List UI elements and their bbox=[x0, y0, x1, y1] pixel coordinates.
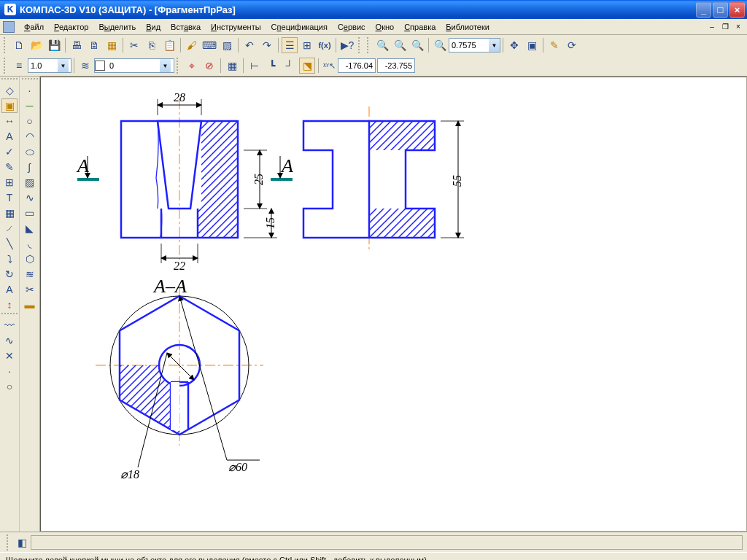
ellipse-btn[interactable]: ⬭ bbox=[22, 144, 38, 159]
pivot-btn[interactable]: ↻ bbox=[1, 267, 18, 281]
zoom-arrow-icon[interactable]: ▼ bbox=[489, 39, 500, 52]
grid-button[interactable]: ▦ bbox=[224, 58, 240, 74]
redo-button[interactable]: ↷ bbox=[259, 37, 275, 53]
ortho-v-button[interactable]: ┗ bbox=[264, 58, 280, 74]
redraw-button[interactable]: ✎ bbox=[546, 37, 562, 53]
pan-button[interactable]: ✥ bbox=[506, 37, 522, 53]
open-button[interactable]: 📂 bbox=[28, 37, 44, 53]
geom-btn[interactable]: ◇ bbox=[1, 83, 18, 98]
snap-mid-button[interactable]: ⊘ bbox=[201, 58, 217, 74]
doc-icon[interactable] bbox=[3, 21, 15, 33]
zoom-prev-button[interactable]: 🔍 bbox=[432, 37, 448, 53]
dim2-btn[interactable]: ↕ bbox=[1, 298, 18, 312]
menu-help[interactable]: Справка bbox=[399, 20, 441, 34]
zoom-out-button[interactable]: 🔍 bbox=[392, 37, 408, 53]
chamf-btn[interactable]: ◣ bbox=[22, 221, 38, 236]
layer-arrow-icon[interactable]: ▼ bbox=[160, 59, 171, 72]
maximize-button[interactable]: □ bbox=[713, 2, 728, 18]
font-btn[interactable]: A bbox=[1, 282, 18, 297]
prop-panel[interactable] bbox=[31, 535, 743, 550]
drawing-canvas[interactable]: А 28 bbox=[40, 77, 747, 532]
ortho-h-button[interactable]: ⊢ bbox=[247, 58, 263, 74]
layer-combo[interactable]: ▼ bbox=[94, 58, 174, 73]
point-btn[interactable]: · bbox=[1, 364, 18, 378]
layer-value[interactable] bbox=[107, 59, 160, 72]
line-width-value[interactable] bbox=[28, 59, 58, 72]
new-button[interactable]: 🗋 bbox=[11, 37, 27, 53]
props-button[interactable]: ▦ bbox=[104, 37, 120, 53]
mdi-close[interactable]: × bbox=[732, 22, 744, 32]
spline-btn[interactable]: ∿ bbox=[1, 333, 18, 348]
line-width-combo[interactable]: ▼ bbox=[28, 58, 71, 73]
check-button[interactable]: ⌨ bbox=[201, 37, 217, 53]
prop-btn[interactable]: ◧ bbox=[14, 534, 30, 551]
trim-btn[interactable]: ✂ bbox=[22, 282, 38, 297]
copy-button[interactable]: ⎘ bbox=[144, 37, 160, 53]
fillet-btn[interactable]: ◟ bbox=[22, 236, 38, 251]
save-button[interactable]: 💾 bbox=[46, 37, 62, 53]
zoom-window-button[interactable]: 🔍 bbox=[409, 37, 425, 53]
snap-end-button[interactable]: ⌖ bbox=[184, 58, 200, 74]
fit-button[interactable]: ▣ bbox=[524, 37, 540, 53]
style-button[interactable]: ≡ bbox=[11, 58, 27, 74]
arc2-btn[interactable]: ◠ bbox=[22, 129, 38, 144]
poly-btn[interactable]: ⬡ bbox=[22, 252, 38, 266]
rough-btn[interactable]: ✓ bbox=[1, 144, 18, 159]
cut-button[interactable]: ✂ bbox=[126, 37, 142, 53]
menu-window[interactable]: Окно bbox=[371, 20, 400, 34]
layers-button[interactable]: ≋ bbox=[77, 58, 93, 74]
circ-btn[interactable]: ○ bbox=[22, 114, 38, 128]
close-button[interactable]: × bbox=[729, 2, 745, 18]
refresh-button[interactable]: ⟳ bbox=[564, 37, 580, 53]
menu-service[interactable]: Сервис bbox=[333, 20, 371, 34]
seg-btn[interactable]: ─ bbox=[22, 98, 38, 113]
dim-btn[interactable]: ↔ bbox=[1, 114, 18, 128]
ortho-button[interactable]: ⬔ bbox=[299, 58, 315, 74]
paste-button[interactable]: 📋 bbox=[161, 37, 177, 53]
menu-lib[interactable]: Библиотеки bbox=[441, 20, 495, 34]
coord-x[interactable] bbox=[338, 58, 376, 73]
param-btn[interactable]: ⊞ bbox=[1, 175, 18, 190]
fill-btn[interactable]: ▬ bbox=[22, 298, 38, 312]
manager-button[interactable]: ☰ bbox=[282, 37, 298, 53]
select-btn[interactable]: ▣ bbox=[1, 98, 18, 113]
help-button[interactable]: ▶? bbox=[339, 37, 355, 53]
vars-button[interactable]: ⊞ bbox=[299, 37, 315, 53]
coord-y[interactable] bbox=[377, 58, 415, 73]
rect-btn[interactable]: ▭ bbox=[22, 206, 38, 220]
zoom-value[interactable] bbox=[449, 39, 489, 52]
menu-insert[interactable]: Вставка bbox=[166, 20, 206, 34]
mdi-min[interactable]: – bbox=[706, 22, 718, 32]
pt-btn[interactable]: · bbox=[22, 83, 38, 98]
local-cs-button[interactable]: ┘ bbox=[282, 58, 298, 74]
func-button[interactable]: f(x) bbox=[317, 37, 333, 53]
arc-btn[interactable]: ⤵ bbox=[1, 252, 18, 266]
menu-view[interactable]: Вид bbox=[141, 20, 166, 34]
params-button[interactable]: ▨ bbox=[219, 37, 235, 53]
edit-btn[interactable]: ✎ bbox=[1, 160, 18, 174]
minimize-button[interactable]: _ bbox=[696, 2, 711, 18]
zoom-in-button[interactable]: 🔍 bbox=[374, 37, 390, 53]
circle2-btn[interactable]: ○ bbox=[1, 379, 18, 394]
line-btn[interactable]: ╲ bbox=[1, 236, 18, 251]
print-button[interactable]: 🖶 bbox=[69, 37, 85, 53]
menu-edit[interactable]: Редактор bbox=[49, 20, 93, 34]
curve-btn[interactable]: 〰 bbox=[1, 318, 18, 332]
undo-button[interactable]: ↶ bbox=[241, 37, 258, 53]
bezier-btn[interactable]: ∫ bbox=[22, 160, 38, 174]
text-btn[interactable]: A bbox=[1, 129, 18, 144]
line-width-arrow-icon[interactable]: ▼ bbox=[58, 59, 69, 72]
measure-btn[interactable]: T bbox=[1, 190, 18, 205]
menu-spec[interactable]: Спецификация bbox=[266, 20, 333, 34]
brush-button[interactable]: 🖌 bbox=[184, 37, 200, 53]
hatch-btn[interactable]: ⟋ bbox=[1, 221, 18, 236]
offset-btn[interactable]: ≋ bbox=[22, 267, 38, 281]
table-btn[interactable]: ▦ bbox=[1, 206, 18, 220]
menu-select[interactable]: Выделить bbox=[93, 20, 141, 34]
cross-btn[interactable]: ✕ bbox=[1, 349, 18, 363]
menu-tools[interactable]: Инструменты bbox=[206, 20, 266, 34]
hatch2-btn[interactable]: ▨ bbox=[22, 175, 38, 190]
mdi-restore[interactable]: ❐ bbox=[719, 22, 731, 32]
preview-button[interactable]: 🗎 bbox=[86, 37, 102, 53]
menu-file[interactable]: Файл bbox=[19, 20, 49, 34]
